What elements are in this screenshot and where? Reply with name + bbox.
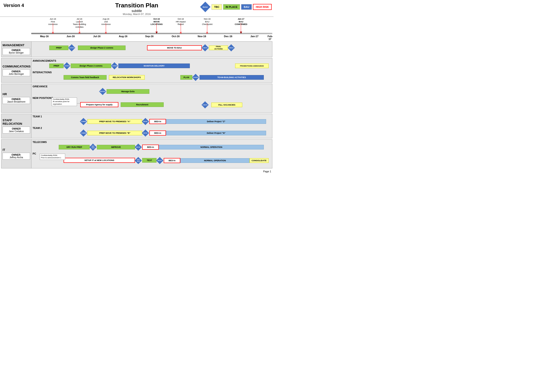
marker-legend: Marker [200,2,210,12]
announcements-row: PREP LAUNCH design Phase 2 comms LAUNCH … [33,63,271,69]
pc-bedin-bar: BED-in [164,158,180,163]
date: Monday, March 07, 2016 [0,13,274,15]
month-jun16: Jun-16 [58,35,84,40]
hr-content: GRIEVANCE REPORT Manage Exits NEW POSITI… [31,84,272,113]
mgmt-movetobau-bar: MOVE TO BAU [147,45,202,50]
hr-owner-label: OWNER: [4,98,29,100]
mgmt-launch-diamond: LAUNCH [68,45,75,51]
mgmt-check2-diamond: CHECK [228,45,234,51]
hr-note-box: Confidentiality RISK.At sensitive point … [52,98,77,106]
legend-inplace: IN PLACE [223,4,240,10]
ann-design-bar: design Phase 2 comms [71,64,111,68]
hr-owner-name: Jason Broadmore [4,100,29,103]
t2-deliver-bar: Deliver Project "N" [166,131,266,135]
management-gantt-row: PREP LAUNCH design Phase 2 comms MOVE TO… [33,45,271,51]
timeline-header: Jun-16FirstAnnounce Jul-16LaunchTeam-Bui… [0,18,274,40]
management-owner-label: OWNER: [4,49,29,52]
staffreloc-owner-label: OWNER [4,127,29,130]
telecoms-row: DRY RUN PREP DRYRUN IMPROVE MOVE BED-in … [33,144,271,150]
griev-manage-bar: Manage Exits [107,89,150,94]
hr-fillvac-bar: FILL VACANCIES [211,103,242,107]
legend: Marker TBC IN PLACE BAU HIGH RISK [200,2,272,12]
tel-improve-bar: IMPROVE [97,145,135,149]
telecoms-label: TELECOMS [33,141,271,143]
pc-move-diamond: MOVE [157,157,163,164]
header: Version 4 Transition Plan subtitle Monda… [0,0,274,17]
it-owner-name: Jeffrey Archa [4,156,29,159]
t1-deliver-bar: Deliver Project "Z" [166,119,266,124]
tel-bedin-bar: BED-in [142,145,159,150]
t1-prep-bar: PREP MOVE TO PREMISES "A" [87,119,142,124]
ann-maintain-bar: MAINTAIN DELIVERY [118,64,190,68]
hr-section: HR OWNER: Jason Broadmore GRIEVANCE REPO… [1,84,272,113]
comms-owner-name: John Berringer [4,73,29,75]
pc-dryrun-diamond: DRYRUN [135,157,142,164]
pc-label: PC [33,152,271,155]
t2-prep-bar: PREP MOVE TO PREMISES "B" [87,131,142,135]
month-sep16: Sep-16 [136,35,163,40]
communications-title: COMMUNICATIONS [3,65,30,68]
team2-row: COMMS PREP MOVE TO PREMISES "B" MOVE BED… [33,130,271,136]
interactions-row: Comms Team field feedback RELOCATION WOR… [33,74,271,81]
page-number: Page 1 [0,169,274,173]
hr-title: HR [3,93,30,96]
staffreloc-title: STAFF RELOCATION [3,119,30,126]
team1-label: TEAM 1 [33,115,271,118]
tel-dryrun-diamond: DRYRUN [90,144,96,150]
hr-prepare-bar: Prepare Agency for supply [80,102,118,107]
comms-owner-label: OWNER: [4,70,29,73]
t1-move-diamond: MOVE [142,118,149,125]
ann-promo-bar: PROMOTIONS ANNOUNCE [235,64,268,68]
it-owner-label: OWNER: [4,154,29,156]
ann-prep-bar: PREP [49,64,64,68]
announcements-label: ANNOUNCEMENTS [33,59,271,62]
communications-left: COMMUNICATIONS OWNER: John Berringer [1,58,31,82]
it-title: IT [3,148,30,152]
hr-owner-box: OWNER: Jason Broadmore [3,97,30,104]
mgmt-design-bar: design Phase 2 comms [78,46,126,50]
month-may16: May-16 [31,35,58,40]
pc-setup-bar: SETUP IT at NEW LOCATIONS [64,158,135,163]
communications-content: ANNOUNCEMENTS PREP LAUNCH design Phase 2… [31,58,272,82]
management-section: MANAGEMENT OWNER: Byron Stringer PREP LA… [1,41,272,57]
pc-row: Confidentiality RISK.Prior to announceme… [33,155,271,167]
pc-consolidate-bar: CONSOLIDATE [249,158,268,163]
marker-legend-label: Marker [203,6,208,8]
it-left: IT OWNER: Jeffrey Archa [1,140,31,168]
it-owner-box: OWNER: Jeffrey Archa [3,153,30,159]
pc-normalop-bar: NORMAL OPERATION [180,158,249,163]
griev-report-diamond: REPORT [99,88,106,95]
t2-bedin-bar: BED-in [149,131,166,136]
management-content: PREP LAUNCH design Phase 2 comms MOVE TO… [31,42,272,57]
legend-bau: BAU [241,4,252,10]
mgmt-prep-bar: PREP [49,46,68,50]
month-jul16: Jul-16 [84,35,110,40]
version-label: Version 4 [3,3,24,8]
it-note-box: Confidentiality RISK.Prior to announceme… [40,154,65,160]
t1-bedin-bar: BED-in [149,119,166,124]
int-plan-bar: PLAN [180,75,192,80]
hr-left: HR OWNER: Jason Broadmore [1,84,31,113]
team1-row: COMMS PREP MOVE TO PREMISES "A" MOVE BED… [33,118,271,125]
staffreloc-left: STAFF RELOCATION OWNER Jane Cortakus [1,114,31,138]
management-owner-box: OWNER: Byron Stringer [3,48,30,55]
ann-launch1-diamond: LAUNCH [64,63,70,69]
team2-label: TEAM 2 [33,126,271,129]
mgmt-check1-diamond: CHECK [202,45,208,51]
staffreloc-content: TEAM 1 COMMS PREP MOVE TO PREMISES "A" M… [31,114,272,138]
grievance-row: REPORT Manage Exits [33,88,271,95]
management-left: MANAGEMENT OWNER: Byron Stringer [1,42,31,57]
hr-recruitment-bar: Recruitment [121,102,164,107]
t2-comms-diamond: COMMS [80,130,87,136]
month-oct16: Oct-16 [163,35,189,40]
t2-move-diamond: MOVE [142,130,149,136]
interactions-label: INTERACTIONS [33,71,271,74]
page-container: Version 4 Transition Plan subtitle Monda… [0,0,274,173]
staffreloc-owner-name: Jane Cortakus [4,130,29,133]
management-title: MANAGEMENT [3,43,30,47]
hr-check-diamond: CHECK [202,102,208,108]
legend-highrisk: HIGH RISK [253,4,272,10]
communications-owner-box: OWNER: John Berringer [3,69,30,76]
tel-move-diamond: MOVE [135,144,142,150]
month-jan17: Jan-17 [241,35,268,40]
